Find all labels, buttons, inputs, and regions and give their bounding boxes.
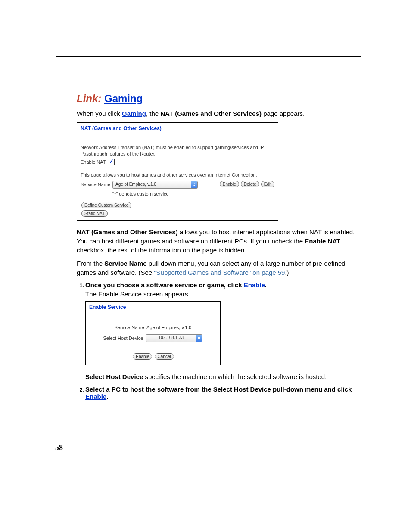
enable-service-title: Enable Service [86, 302, 220, 312]
host-device-dropdown[interactable]: 192.168.1.33 [146, 334, 202, 342]
header-rule-thin [56, 61, 361, 61]
page-content: Link: Gaming When you click Gaming, the … [77, 93, 361, 400]
nat-panel-title: NAT (Games and Other Services) [77, 123, 278, 133]
enable-link[interactable]: Enable [85, 393, 106, 400]
nat-panel: NAT (Games and Other Services) Network A… [77, 122, 278, 221]
section-heading: Link: Gaming [77, 93, 361, 105]
select-host-label: Select Host Device [103, 336, 143, 341]
custom-service-note: "*" denotes custom service [112, 191, 274, 196]
supported-games-ref[interactable]: "Supported Games and Software" on page 5… [154, 269, 285, 276]
service-name-paragraph: From the Service Name pull-down menu, yo… [77, 259, 361, 277]
cancel-button[interactable]: Cancel [155, 353, 174, 360]
select-host-paragraph: Select Host Device specifies the machine… [85, 372, 361, 381]
enable-nat-checkbox[interactable] [109, 159, 115, 165]
nat-desc: Network Address Translation (NAT) must b… [81, 144, 274, 157]
step-1: Once you choose a software service or ga… [85, 281, 361, 381]
heading-title: Gaming [104, 93, 143, 104]
header-rule-thick [56, 56, 361, 75]
enable-link[interactable]: Enable [244, 281, 265, 289]
service-name-dropdown[interactable]: Age of Empires, v.1.0 [112, 181, 198, 189]
heading-prefix: Link: [77, 93, 101, 104]
step-2: Select a PC to host the software from th… [85, 386, 361, 400]
nat-desc2: This page allows you to host games and o… [81, 172, 274, 178]
gaming-link[interactable]: Gaming [122, 110, 146, 117]
delete-button[interactable]: Delete [241, 181, 259, 187]
nat-explain-paragraph: NAT (Games and Other Services) allows yo… [77, 227, 361, 255]
page-number: 58 [55, 443, 361, 452]
edit-button[interactable]: Edit [261, 181, 274, 187]
service-name-value: Service Name: Age of Empires, v.1.0 [89, 325, 217, 330]
enable-service-panel: Enable Service Service Name: Age of Empi… [85, 301, 221, 365]
define-custom-service-button[interactable]: Define Custom Service [81, 202, 131, 208]
intro-paragraph: When you click Gaming, the NAT (Games an… [77, 109, 361, 118]
dropdown-arrow-icon [191, 181, 197, 188]
enable-nat-label: Enable NAT [81, 159, 106, 165]
enable-button[interactable]: Enable [220, 181, 239, 187]
static-nat-button[interactable]: Static NAT [81, 210, 108, 217]
dropdown-arrow-icon [196, 335, 202, 342]
enable-button[interactable]: Enable [133, 353, 152, 360]
service-name-label: Service Name [81, 181, 112, 187]
